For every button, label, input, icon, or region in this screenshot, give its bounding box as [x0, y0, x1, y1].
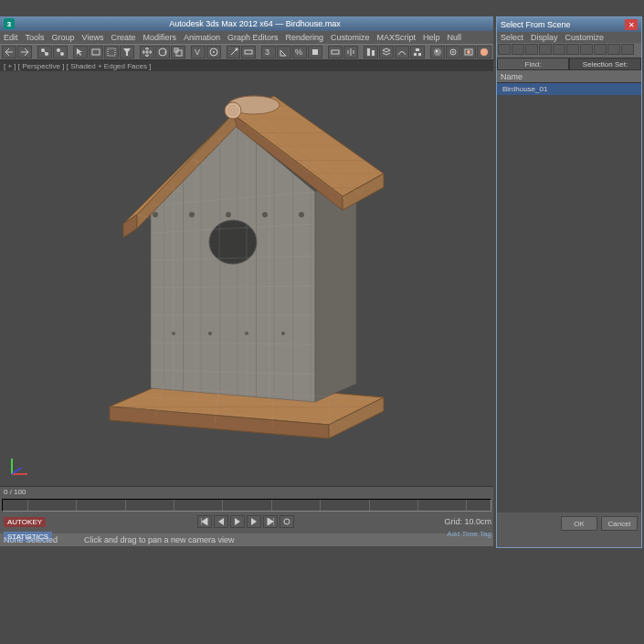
goto-start-button[interactable]	[197, 515, 212, 528]
filter-bone-icon[interactable]	[580, 44, 593, 55]
menu-null[interactable]: Null	[448, 33, 462, 42]
panel-title: Select From Scene	[501, 20, 571, 29]
viewport[interactable]	[0, 71, 493, 486]
named-sel-button[interactable]	[328, 46, 343, 58]
close-button[interactable]: ✕	[625, 19, 638, 30]
list-header-name[interactable]: Name	[497, 70, 641, 83]
svg-point-53	[225, 102, 241, 119]
menu-customize[interactable]: Customize	[331, 33, 370, 42]
mirror-button[interactable]	[343, 46, 358, 58]
schematic-button[interactable]	[410, 46, 425, 58]
pivot-button[interactable]	[206, 46, 221, 58]
svg-point-27	[452, 51, 454, 53]
material-editor-button[interactable]	[430, 46, 445, 58]
timeline: 0 / 100 AUTOKEY Grid: 10.0cm	[0, 486, 493, 533]
panel-menu-display[interactable]: Display	[531, 33, 558, 42]
svg-rect-23	[418, 53, 421, 56]
filter-geom-icon[interactable]	[498, 44, 511, 55]
filter-group-icon[interactable]	[594, 44, 607, 55]
svg-point-29	[467, 50, 470, 54]
menu-rendering[interactable]: Rendering	[286, 33, 324, 42]
ok-button[interactable]: OK	[561, 516, 597, 531]
menu-help[interactable]: Help	[423, 33, 440, 42]
svg-line-2	[43, 50, 47, 54]
filter-shape-icon[interactable]	[512, 44, 524, 55]
filter-button[interactable]	[120, 46, 134, 58]
svg-point-85	[284, 519, 290, 524]
snap-button[interactable]: 3	[261, 46, 276, 58]
percent-snap-button[interactable]: %	[292, 46, 307, 58]
svg-rect-20	[372, 50, 375, 56]
play-button[interactable]	[230, 515, 245, 528]
undo-button[interactable]	[2, 46, 16, 58]
svg-point-11	[213, 51, 215, 53]
svg-text:V: V	[195, 48, 200, 57]
next-frame-button[interactable]	[247, 515, 261, 528]
time-slider[interactable]	[2, 499, 491, 512]
curve-editor-button[interactable]	[395, 46, 409, 58]
tab-selection-set[interactable]: Selection Set:	[569, 58, 641, 70]
render-setup-button[interactable]	[446, 46, 460, 58]
frame-counter: 0 / 100	[4, 488, 26, 496]
select-name-button[interactable]	[89, 46, 103, 58]
keyboard-button[interactable]	[241, 46, 256, 58]
select-region-button[interactable]	[104, 46, 119, 58]
menu-maxscript[interactable]: MAXScript	[377, 33, 417, 42]
menu-views[interactable]: Views	[82, 33, 104, 42]
refcoord-button[interactable]: V	[191, 46, 206, 58]
filter-camera-icon[interactable]	[539, 44, 552, 55]
menu-group[interactable]: Group	[52, 33, 75, 42]
spinner-snap-button[interactable]	[308, 46, 322, 58]
menu-modifiers[interactable]: Modifiers	[143, 33, 176, 42]
move-button[interactable]	[140, 46, 154, 58]
layers-button[interactable]	[379, 46, 394, 58]
autokey-tag[interactable]: AUTOKEY	[4, 517, 46, 527]
select-button[interactable]	[73, 46, 88, 58]
filter-light-icon[interactable]	[525, 44, 538, 55]
angle-snap-button[interactable]	[277, 46, 291, 58]
svg-rect-22	[414, 53, 417, 56]
goto-end-button[interactable]	[263, 515, 278, 528]
svg-point-13	[235, 48, 238, 51]
menu-edit[interactable]: Edit	[4, 33, 18, 42]
panel-menu-customize[interactable]: Customize	[565, 33, 605, 42]
render-button[interactable]	[477, 46, 491, 58]
status-prompt: Click and drag to pan a new camera view	[84, 535, 235, 544]
panel-buttons: OK Cancel	[497, 512, 641, 534]
viewport-label[interactable]: [ + ] [ Perspective ] [ Shaded + Edged F…	[0, 60, 493, 71]
svg-point-30	[480, 48, 488, 56]
menubar: Edit Tools Group Views Create Modifiers …	[0, 31, 493, 44]
filter-helper-icon[interactable]	[553, 44, 565, 55]
panel-tabs: Find: Selection Set:	[497, 58, 641, 70]
svg-rect-9	[176, 50, 182, 56]
scale-button[interactable]	[171, 46, 185, 58]
add-time-tag[interactable]: Add Time Tag	[447, 530, 491, 544]
list-item[interactable]: Birdhouse_01	[497, 83, 641, 95]
manipulate-button[interactable]	[227, 46, 241, 58]
filter-frozen-icon[interactable]	[621, 44, 634, 55]
rotate-button[interactable]	[155, 46, 170, 58]
menu-tools[interactable]: Tools	[26, 33, 45, 42]
menu-grapheditors[interactable]: Graph Editors	[227, 33, 279, 42]
playback-controls	[195, 513, 296, 530]
render-frame-button[interactable]	[461, 46, 476, 58]
prev-frame-button[interactable]	[214, 515, 228, 528]
panel-menu-select[interactable]: Select	[501, 33, 523, 42]
svg-point-24	[434, 48, 441, 56]
filter-space-icon[interactable]	[566, 44, 579, 55]
menu-create[interactable]: Create	[111, 33, 135, 42]
link-button[interactable]	[37, 46, 52, 58]
unlink-button[interactable]	[53, 46, 68, 58]
svg-point-25	[436, 50, 438, 52]
align-button[interactable]	[364, 46, 378, 58]
redo-button[interactable]	[17, 46, 32, 58]
svg-rect-5	[92, 49, 100, 55]
svg-rect-14	[245, 50, 252, 54]
key-mode-button[interactable]	[280, 515, 294, 528]
filter-xref-icon[interactable]	[607, 44, 620, 55]
tab-find[interactable]: Find:	[497, 58, 569, 70]
cancel-button[interactable]: Cancel	[601, 516, 638, 531]
menu-animation[interactable]: Animation	[184, 33, 220, 42]
scene-object-list[interactable]: Birdhouse_01	[497, 83, 641, 512]
main-window: 3 Autodesk 3ds Max 2012 x64 — Birdhouse.…	[0, 16, 493, 548]
